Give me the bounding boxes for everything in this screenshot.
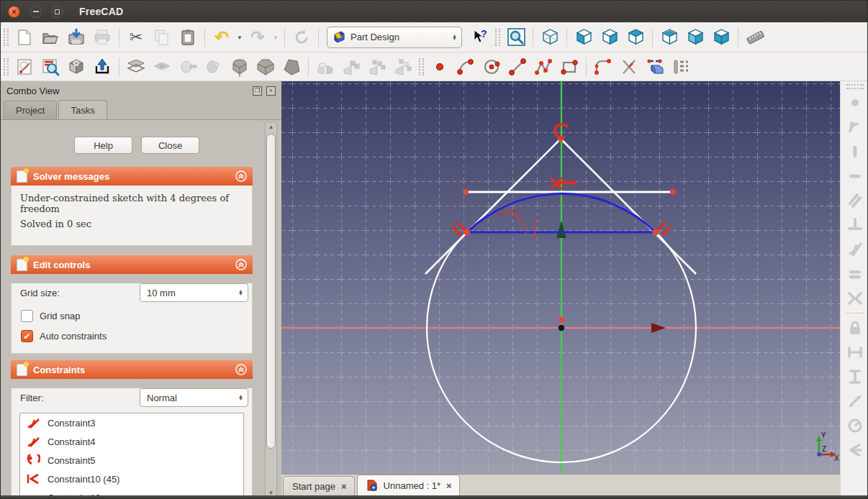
toolbar-drag-handle[interactable]: [495, 29, 500, 46]
view-right-button[interactable]: [597, 25, 622, 50]
linear-pattern-button[interactable]: [339, 55, 363, 79]
pad-button[interactable]: [124, 55, 148, 79]
constraint-filter-spinner[interactable]: ▲▼: [238, 395, 243, 400]
mirrored-button[interactable]: [313, 55, 338, 79]
constrain-lock-button[interactable]: [843, 316, 867, 340]
constrain-point-on-object-button[interactable]: [843, 115, 867, 139]
constraint-list-item[interactable]: Constraint5: [20, 451, 243, 470]
create-rectangle-button[interactable]: [557, 55, 582, 79]
print-button[interactable]: [90, 25, 114, 50]
trim-button[interactable]: [617, 55, 641, 79]
toolbar-drag-handle[interactable]: [419, 58, 424, 75]
sketch-fillet-button[interactable]: [591, 55, 615, 79]
tab-start-page[interactable]: Start page ×: [283, 476, 355, 495]
help-button[interactable]: Help: [74, 137, 132, 154]
collapse-section-icon[interactable]: [235, 259, 247, 270]
tab-unnamed-document[interactable]: Unnamed : 1* ×: [357, 475, 460, 495]
constraint-filter-combobox[interactable]: Normal ▲▼: [140, 388, 248, 407]
constraint-list-item[interactable]: Constraint4: [20, 432, 243, 451]
copy-button[interactable]: [150, 25, 174, 50]
endpoint-marker[interactable]: [463, 189, 469, 195]
auto-constraints-checkbox[interactable]: ✔: [21, 330, 33, 342]
zoom-fit-button[interactable]: [504, 25, 528, 50]
constrain-tangent-button[interactable]: [843, 237, 867, 262]
close-panel-icon[interactable]: ×: [266, 86, 276, 96]
create-circle-button[interactable]: [479, 55, 504, 79]
collapse-section-icon[interactable]: [235, 364, 247, 375]
close-tab-icon[interactable]: ×: [341, 481, 347, 492]
create-line-button[interactable]: [505, 55, 530, 79]
create-point-button[interactable]: [428, 55, 452, 79]
redo-dropdown-button[interactable]: ▾: [271, 25, 281, 50]
edit-controls-header[interactable]: Edit controls: [11, 255, 253, 274]
toolbar-drag-handle[interactable]: [846, 84, 864, 89]
constrain-horizontal-button[interactable]: [843, 164, 867, 188]
close-task-button[interactable]: Close: [141, 137, 199, 154]
draft-button[interactable]: [279, 55, 304, 79]
view-axonometric-button[interactable]: [538, 25, 562, 50]
revolution-button[interactable]: [176, 55, 200, 79]
view-top-button[interactable]: [623, 25, 648, 50]
constrain-vertical-button[interactable]: [843, 139, 867, 164]
close-tab-icon[interactable]: ×: [446, 480, 452, 491]
close-window-button[interactable]: ×: [8, 6, 20, 18]
fillet-button[interactable]: [227, 55, 252, 79]
constrain-parallel-button[interactable]: [843, 188, 867, 213]
toolbar-drag-handle[interactable]: [4, 58, 9, 75]
constrain-distance-button[interactable]: [843, 389, 867, 413]
undo-dropdown-button[interactable]: ▾: [235, 25, 245, 50]
paste-button[interactable]: [176, 25, 200, 50]
toolbar-drag-handle[interactable]: [4, 29, 9, 46]
scroll-up-icon[interactable]: ▲: [266, 122, 276, 132]
maximize-window-button[interactable]: [51, 6, 63, 18]
circle-center-point[interactable]: [559, 317, 564, 323]
redo-button[interactable]: ↷: [245, 25, 270, 50]
grid-size-combobox[interactable]: 10 mm ▲▼: [140, 283, 248, 302]
constraint-list-item[interactable]: Constraint3: [20, 413, 243, 432]
scrollbar-thumb[interactable]: [266, 134, 276, 449]
endpoint-marker[interactable]: [670, 189, 676, 195]
solver-messages-header[interactable]: Solver messages: [11, 167, 253, 186]
constrain-equal-button[interactable]: [843, 262, 867, 286]
save-document-button[interactable]: [64, 25, 89, 50]
constrain-angle-button[interactable]: [843, 438, 867, 462]
workbench-selector-spinner[interactable]: ▲▼: [452, 35, 457, 40]
view-left-button[interactable]: [683, 25, 707, 50]
multi-transform-button[interactable]: [391, 55, 415, 79]
leave-sketch-button[interactable]: [90, 55, 114, 79]
workbench-selector[interactable]: Part Design ▲▼: [327, 27, 462, 48]
constrain-radius-button[interactable]: [843, 413, 867, 438]
create-polyline-button[interactable]: [531, 55, 556, 79]
pocket-button[interactable]: [150, 55, 174, 79]
chamfer-button[interactable]: [253, 55, 278, 79]
grid-snap-checkbox[interactable]: [21, 310, 33, 322]
tab-project[interactable]: Project: [4, 101, 57, 119]
construction-mode-button[interactable]: [669, 55, 693, 79]
open-document-button[interactable]: [38, 25, 63, 50]
tab-tasks[interactable]: Tasks: [58, 100, 107, 119]
new-document-button[interactable]: [12, 25, 37, 50]
grid-size-spinner[interactable]: ▲▼: [238, 290, 243, 296]
origin-point[interactable]: [559, 325, 564, 331]
constrain-perpendicular-button[interactable]: [843, 213, 867, 237]
create-arc-button[interactable]: [453, 55, 478, 79]
new-sketch-button[interactable]: [12, 55, 37, 79]
view-rear-button[interactable]: [657, 25, 682, 50]
sketch-canvas[interactable]: 45.00 Y X Z: [281, 81, 840, 474]
external-geometry-button[interactable]: [643, 55, 667, 79]
polar-pattern-button[interactable]: [365, 55, 389, 79]
view-bottom-button[interactable]: [709, 25, 733, 50]
undo-button[interactable]: ↶: [209, 25, 234, 50]
minimize-window-button[interactable]: [30, 6, 42, 18]
float-panel-icon[interactable]: ❐: [253, 86, 262, 96]
panel-scrollbar[interactable]: ▲ ▼: [265, 122, 277, 499]
constrain-distance-y-button[interactable]: [843, 365, 867, 389]
groove-button[interactable]: [202, 55, 226, 79]
whats-this-button[interactable]: ?: [467, 25, 492, 50]
constrain-distance-x-button[interactable]: [843, 340, 867, 365]
refresh-button[interactable]: [289, 25, 314, 50]
map-sketch-button[interactable]: [64, 55, 89, 79]
3d-viewport[interactable]: 45.00 Y X Z: [281, 81, 840, 474]
constrain-coincident-button[interactable]: [843, 91, 867, 115]
cut-button[interactable]: ✂: [124, 25, 148, 50]
